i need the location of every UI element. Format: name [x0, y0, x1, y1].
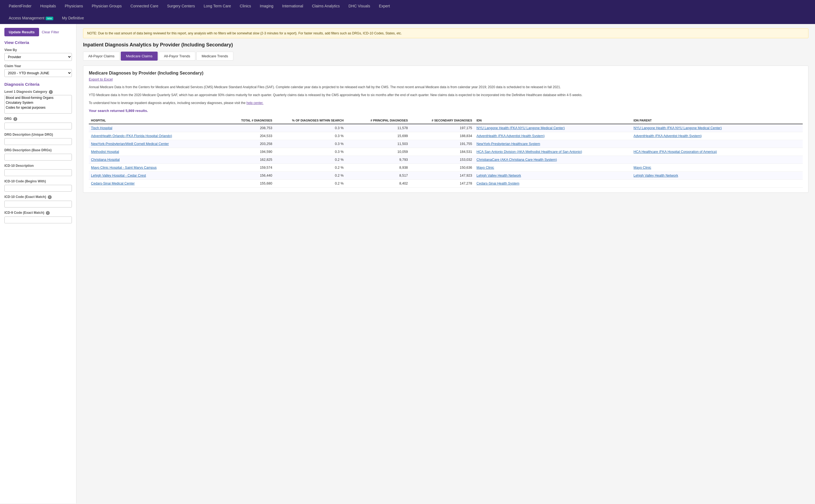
- view-criteria-title: View Criteria: [4, 40, 72, 45]
- drg-input[interactable]: [4, 123, 72, 129]
- col-total-cell: 203,258: [217, 140, 274, 148]
- col-secondary-cell: 150,636: [410, 164, 474, 171]
- nav-item-physicians[interactable]: Physicians: [60, 0, 87, 12]
- tab-all-payor-trends[interactable]: All-Payor Trends: [159, 52, 195, 61]
- col-idn-cell[interactable]: AdventHealth (FKA Adventist Health Syste…: [474, 132, 631, 140]
- note-banner: NOTE: Due to the vast amount of data bei…: [83, 28, 808, 38]
- col-hospital-cell[interactable]: AdventHealth Orlando (FKA Florida Hospit…: [89, 132, 217, 140]
- col-hospital-cell[interactable]: Mayo Clinic Hospital - Saint Marys Campu…: [89, 164, 217, 171]
- level1-info-icon[interactable]: i: [49, 90, 53, 94]
- page-layout: Update Results Clear Filter View Criteri…: [0, 24, 815, 503]
- nav-item-claims-analytics[interactable]: Claims Analytics: [308, 0, 344, 12]
- col-hospital-cell[interactable]: Tisch Hospital: [89, 124, 217, 132]
- nav-item-expert[interactable]: Expert: [374, 0, 394, 12]
- nav-item-dhc-visuals[interactable]: DHC Visuals: [344, 0, 374, 12]
- col-principal-cell: 8,938: [346, 164, 410, 171]
- main-content: NOTE: Due to the vast amount of data bei…: [76, 24, 815, 503]
- col-idn-cell[interactable]: NYU Langone Health (FKA NYU Langone Medi…: [474, 124, 631, 132]
- col-idnparent-cell[interactable]: HCA Healthcare (FKA Hospital Corporation…: [631, 148, 803, 156]
- col-idn-cell[interactable]: Cedars-Sinai Health System: [474, 179, 631, 187]
- nav-item-hospitals[interactable]: Hospitals: [36, 0, 60, 12]
- drg-info-icon[interactable]: i: [13, 117, 17, 121]
- col-idn-cell[interactable]: Mayo Clinic: [474, 164, 631, 171]
- col-hospital-cell[interactable]: Cedars-Sinai Medical Center: [89, 179, 217, 187]
- col-idnparent-cell[interactable]: AdventHealth (FKA Adventist Health Syste…: [631, 132, 803, 140]
- col-hospital-cell[interactable]: Methodist Hospital: [89, 148, 217, 156]
- nav-item-imaging[interactable]: Imaging: [255, 0, 278, 12]
- col-pct-cell: 0.2 %: [274, 171, 345, 179]
- col-pct-cell: 0.3 %: [274, 140, 345, 148]
- nav-item-connected-care[interactable]: Connected Care: [126, 0, 163, 12]
- export-excel-link[interactable]: Export to Excel: [89, 77, 113, 81]
- nav-item-international[interactable]: International: [278, 0, 308, 12]
- col-header-idn-parent: IDN PARENT: [631, 117, 803, 124]
- col-pct-cell: 0.3 %: [274, 132, 345, 140]
- col-hospital-cell[interactable]: NewYork-Presbyterian/Weill Cornell Medic…: [89, 140, 217, 148]
- col-secondary-cell: 147,278: [410, 179, 474, 187]
- tab-medicare-trends[interactable]: Medicare Trends: [196, 52, 233, 61]
- nav-item-surgery-centers[interactable]: Surgery Centers: [162, 0, 199, 12]
- diagnosis-criteria-title: Diagnosis Criteria: [4, 82, 72, 87]
- col-hospital-cell[interactable]: Lehigh Valley Hospital - Cedar Crest: [89, 171, 217, 179]
- col-total-cell: 156,440: [217, 171, 274, 179]
- info-text-1: Annual Medicare Data is from the Centers…: [89, 85, 803, 90]
- nav-item-my-definitive[interactable]: My Definitive: [58, 12, 88, 24]
- icd9-exact-info-icon[interactable]: i: [46, 211, 50, 215]
- col-secondary-cell: 147,923: [410, 171, 474, 179]
- col-pct-cell: 0.2 %: [274, 179, 345, 187]
- nav-item-clinics[interactable]: Clinics: [235, 0, 255, 12]
- view-by-label: View By: [4, 48, 72, 52]
- claim-year-label: Claim Year: [4, 64, 72, 68]
- drg-desc-unique-input[interactable]: [4, 138, 72, 145]
- nav-item-access-management[interactable]: Access Managementnew: [4, 12, 58, 24]
- icd10-exact-input[interactable]: [4, 201, 72, 207]
- claim-year-select[interactable]: 2020 - YTD through JUNE: [4, 69, 72, 77]
- nav-badge-new: new: [46, 17, 53, 20]
- col-header-pct: % OF DIAGNOSES WITHIN SEARCH: [274, 117, 345, 124]
- col-pct-cell: 0.2 %: [274, 156, 345, 164]
- col-idn-cell[interactable]: ChristianaCare (AKA Christiana Care Heal…: [474, 156, 631, 164]
- level1-listbox[interactable]: Blood and Blood-forming OrgansCirculator…: [4, 95, 72, 114]
- tab-all-payor-claims[interactable]: All-Payor Claims: [83, 52, 120, 61]
- tab-medicare-claims[interactable]: Medicare Claims: [121, 52, 158, 61]
- sidebar: Update Results Clear Filter View Criteri…: [0, 24, 76, 503]
- clear-filter-button[interactable]: Clear Filter: [42, 30, 59, 34]
- col-total-cell: 194,590: [217, 148, 274, 156]
- col-idnparent-cell[interactable]: Mayo Clinic: [631, 164, 803, 171]
- nav-row2: Access ManagementnewMy Definitive: [0, 12, 815, 24]
- icd10-exact-info-icon[interactable]: i: [48, 195, 52, 199]
- level1-option[interactable]: Blood and Blood-forming Organs: [5, 95, 72, 100]
- col-principal-cell: 10,059: [346, 148, 410, 156]
- col-hospital-cell[interactable]: Christiana Hospital: [89, 156, 217, 164]
- col-idnparent-cell[interactable]: NYU Langone Health (FKA NYU Langone Medi…: [631, 124, 803, 132]
- help-center-link[interactable]: help center.: [246, 101, 263, 105]
- col-idn-cell[interactable]: NewYork-Presbyterian Healthcare System: [474, 140, 631, 148]
- col-secondary-cell: 191,755: [410, 140, 474, 148]
- icd10-begins-label: ICD-10 Code (Begins With): [4, 179, 72, 183]
- icd10-desc-input[interactable]: [4, 169, 72, 176]
- nav-item-patientfinder[interactable]: PatientFinder: [4, 0, 36, 12]
- level1-option[interactable]: Circulatory System: [5, 100, 72, 105]
- view-by-select[interactable]: Provider: [4, 53, 72, 61]
- drg-desc-base-input[interactable]: [4, 154, 72, 161]
- col-header-hospital: HOSPITAL: [89, 117, 217, 124]
- col-idn-cell[interactable]: HCA San Antonio Division (AKA Methodist …: [474, 148, 631, 156]
- update-results-button[interactable]: Update Results: [4, 28, 39, 36]
- col-idn-cell[interactable]: Lehigh Valley Health Network: [474, 171, 631, 179]
- level1-label: Level 1 Diagnosis Category i: [4, 90, 72, 94]
- icd9-exact-input[interactable]: [4, 217, 72, 223]
- col-idnparent-cell[interactable]: Lehigh Valley Health Network: [631, 171, 803, 179]
- nav-item-physician-groups[interactable]: Physician Groups: [87, 0, 126, 12]
- icd10-exact-label: ICD-10 Code (Exact Match) i: [4, 195, 72, 199]
- level1-option[interactable]: Codes for special purposes: [5, 105, 72, 110]
- col-header-secondary: # SECONDARY DIAGNOSES: [410, 117, 474, 124]
- nav-item-long-term-care[interactable]: Long Term Care: [199, 0, 235, 12]
- col-idnparent-cell: [631, 156, 803, 164]
- icd10-begins-input[interactable]: [4, 185, 72, 192]
- results-count: Your search returned 5,869 results.: [89, 109, 803, 113]
- col-secondary-cell: 153,032: [410, 156, 474, 164]
- table-row: Methodist Hospital194,5900.3 %10,059184,…: [89, 148, 803, 156]
- col-total-cell: 204,533: [217, 132, 274, 140]
- col-idnparent-cell: [631, 140, 803, 148]
- col-principal-cell: 11,503: [346, 140, 410, 148]
